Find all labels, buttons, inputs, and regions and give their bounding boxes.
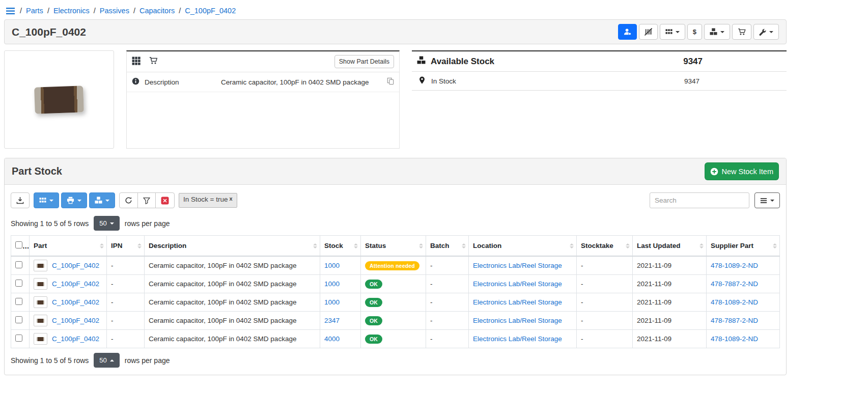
stock-link[interactable]: 1000: [324, 262, 340, 269]
breadcrumb-link-current-part[interactable]: C_100pF_0402: [185, 7, 236, 15]
pricing-button[interactable]: $: [687, 24, 702, 40]
sort-icon: [419, 243, 423, 248]
page: / Parts / Electronics / Passives / Capac…: [0, 0, 791, 385]
batch-cell: -: [426, 330, 469, 348]
table-header-row: Part IPN Description Stock Status Batch …: [11, 236, 780, 257]
new-stock-item-button[interactable]: New Stock Item: [705, 162, 779, 180]
page-size-dropdown[interactable]: 50: [94, 353, 119, 368]
column-header-part[interactable]: Part: [30, 236, 107, 257]
stock-link[interactable]: 1000: [324, 280, 340, 288]
status-badge: OK: [365, 280, 382, 289]
stock-link[interactable]: 4000: [324, 335, 340, 343]
part-link[interactable]: C_100pF_0402: [52, 262, 99, 269]
part-details-header: Show Part Details: [127, 51, 399, 72]
supplier-part-link[interactable]: 478-1089-2-ND: [711, 335, 758, 343]
part-link[interactable]: C_100pF_0402: [52, 298, 99, 306]
columns-dropdown-button[interactable]: [34, 192, 59, 208]
stock-link[interactable]: 2347: [324, 317, 340, 324]
filter-button[interactable]: [137, 192, 156, 208]
subscribe-button[interactable]: [618, 24, 637, 40]
boxes-icon: [710, 28, 717, 36]
column-header-status[interactable]: Status: [361, 236, 426, 257]
showing-rows-text: Showing 1 to 5 of 5 rows: [11, 219, 89, 228]
print-actions-button[interactable]: [660, 24, 685, 40]
breadcrumb-link-electronics[interactable]: Electronics: [53, 7, 90, 15]
supplier-part-link[interactable]: 478-7887-2-ND: [711, 280, 758, 288]
row-checkbox[interactable]: [15, 335, 22, 342]
chevron-down-icon: [49, 200, 53, 202]
menu-icon[interactable]: [6, 7, 15, 15]
column-header-location[interactable]: Location: [469, 236, 577, 257]
part-thumbnail[interactable]: [34, 296, 47, 308]
remove-filter-icon[interactable]: x: [229, 196, 232, 202]
order-button[interactable]: [732, 24, 751, 40]
times-circle-icon: [161, 197, 169, 205]
last-updated-cell: 2021-11-09: [633, 256, 707, 275]
part-link[interactable]: C_100pF_0402: [52, 317, 99, 324]
status-badge: OK: [365, 298, 382, 307]
sort-icon: [137, 243, 142, 248]
column-header-stocktake[interactable]: Stocktake: [577, 236, 633, 257]
printer-icon: [67, 197, 74, 204]
column-header-last-updated[interactable]: Last Updated: [633, 236, 707, 257]
column-header-ipn[interactable]: IPN: [107, 236, 145, 257]
location-link[interactable]: Electronics Lab/Reel Storage: [473, 335, 562, 343]
breadcrumb-link-passives[interactable]: Passives: [100, 7, 129, 15]
available-stock-header: Available Stock 9347: [412, 51, 787, 72]
column-header-supplier-part[interactable]: Supplier Part: [707, 236, 780, 257]
part-actions-button[interactable]: [753, 24, 779, 40]
search-input[interactable]: [650, 192, 749, 208]
clear-filters-button[interactable]: [155, 192, 175, 208]
export-button[interactable]: [11, 192, 30, 208]
part-stock-header: Part Stock New Stock Item: [5, 158, 786, 185]
stock-options-dropdown-button[interactable]: [89, 192, 115, 208]
show-part-details-button[interactable]: Show Part Details: [334, 55, 394, 68]
part-thumbnail[interactable]: [34, 333, 47, 345]
chevron-down-icon: [676, 31, 680, 33]
location-link[interactable]: Electronics Lab/Reel Storage: [473, 298, 562, 306]
stock-link[interactable]: 1000: [324, 298, 340, 306]
supplier-part-link[interactable]: 478-7887-2-ND: [711, 317, 758, 324]
part-thumbnail[interactable]: [34, 278, 47, 290]
row-checkbox[interactable]: [15, 280, 22, 287]
breadcrumb-link-parts[interactable]: Parts: [26, 7, 43, 15]
description-cell: Ceramic capacitor, 100pF in 0402 SMD pac…: [145, 293, 320, 312]
copy-icon[interactable]: [387, 77, 394, 87]
part-details-card: Show Part Details Description Ceramic ca…: [126, 50, 400, 149]
part-thumbnail[interactable]: [34, 315, 47, 326]
pagination-bottom: Showing 1 to 5 of 5 rows 50 rows per pag…: [5, 348, 786, 375]
supplier-part-link[interactable]: 478-1089-2-ND: [711, 298, 758, 306]
part-stock-panel: Part Stock New Stock Item: [4, 158, 787, 375]
table-row: C_100pF_0402 - Ceramic capacitor, 100pF …: [11, 293, 780, 312]
row-checkbox[interactable]: [15, 316, 22, 323]
column-header-stock[interactable]: Stock: [320, 236, 361, 257]
part-link[interactable]: C_100pF_0402: [52, 280, 99, 288]
cart-icon: [738, 28, 746, 36]
stock-actions-button[interactable]: [704, 24, 730, 40]
part-thumbnail[interactable]: [34, 260, 47, 271]
download-icon: [16, 197, 24, 204]
sort-icon: [354, 243, 358, 248]
location-link[interactable]: Electronics Lab/Reel Storage: [473, 262, 562, 269]
print-dropdown-button[interactable]: [61, 192, 87, 208]
column-header-batch[interactable]: Batch: [426, 236, 469, 257]
breadcrumb-link-capacitors[interactable]: Capacitors: [139, 7, 175, 15]
ipn-cell: -: [107, 256, 145, 275]
row-checkbox[interactable]: [15, 298, 22, 305]
table-view-button[interactable]: [754, 192, 780, 208]
stocktake-cell: -: [577, 293, 633, 312]
plus-circle-icon: [710, 168, 718, 176]
row-checkbox[interactable]: [15, 261, 22, 268]
page-size-dropdown[interactable]: 50: [94, 216, 119, 231]
available-stock-card: Available Stock 9347 In Stock 9347: [412, 50, 787, 91]
refresh-button[interactable]: [119, 192, 138, 208]
part-image[interactable]: [4, 50, 114, 149]
barcode-actions-button[interactable]: [639, 24, 658, 40]
supplier-part-link[interactable]: 478-1089-2-ND: [711, 262, 758, 269]
select-all-checkbox[interactable]: [15, 241, 22, 248]
location-link[interactable]: Electronics Lab/Reel Storage: [473, 317, 562, 324]
column-header-description[interactable]: Description: [145, 236, 320, 257]
location-link[interactable]: Electronics Lab/Reel Storage: [473, 280, 562, 288]
part-link[interactable]: C_100pF_0402: [52, 335, 99, 343]
page-size-value: 50: [99, 219, 106, 227]
